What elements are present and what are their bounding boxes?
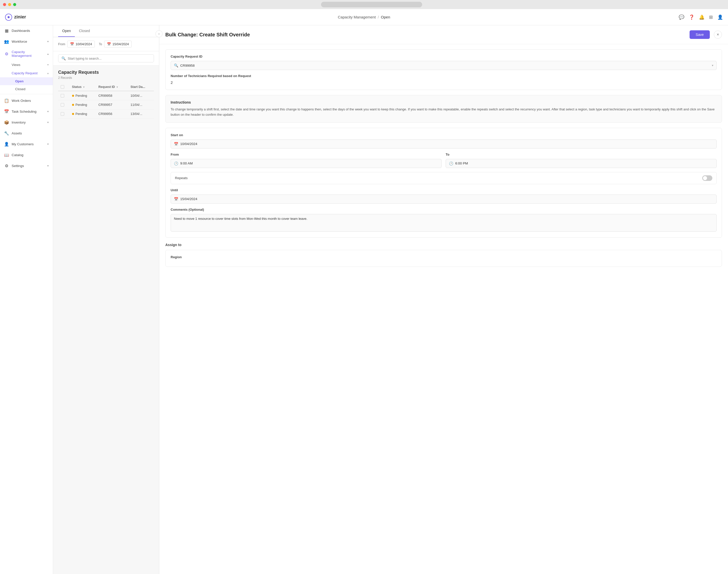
save-button[interactable]: Save — [690, 30, 710, 39]
from-time-label: From — [170, 153, 442, 156]
sidebar-label-inventory: Inventory — [12, 121, 45, 124]
row2-start-date: 11/04/... — [128, 100, 154, 110]
bell-icon[interactable]: 🔔 — [699, 14, 704, 20]
col-request-id[interactable]: Request ID ▾ — [96, 83, 128, 91]
to-time-label: To — [446, 153, 717, 156]
dropdown-cr-icon[interactable]: ▾ — [712, 64, 713, 67]
help-icon[interactable]: ❓ — [689, 14, 694, 20]
col-status[interactable]: Status ▾ — [70, 83, 96, 91]
comments-section: Comments (Optional) Need to move 1 resou… — [170, 208, 717, 233]
sidebar-item-work-orders[interactable]: 📋 Work Orders — [0, 95, 53, 106]
capacity-requests-table: Status ▾ Request ID ▾ Start Da... — [58, 83, 154, 119]
collapse-button[interactable]: ‹ — [155, 30, 162, 37]
sidebar-item-workforce[interactable]: 👥 Workforce ▾ — [0, 36, 53, 47]
breadcrumb-parent[interactable]: Capacity Management — [338, 15, 376, 19]
capacity-request-id-input[interactable] — [180, 64, 710, 68]
url-bar[interactable] — [321, 2, 422, 7]
sidebar-label-open: Open — [15, 79, 24, 83]
to-time-input[interactable] — [455, 161, 713, 165]
close-button[interactable]: × — [714, 31, 722, 39]
from-date-input[interactable]: 📅 10/04/2024 — [67, 41, 95, 47]
col-start-date[interactable]: Start Da... — [128, 83, 154, 91]
sidebar-item-settings[interactable]: ⚙ Settings ▾ — [0, 160, 53, 171]
until-input[interactable] — [180, 197, 713, 201]
sidebar-item-inventory[interactable]: 📦 Inventory ▾ — [0, 117, 53, 128]
sidebar-label-closed: Closed — [15, 87, 25, 91]
nav-right: 💬 ❓ 🔔 ⊞ 👤 — [679, 14, 723, 20]
until-input-wrap[interactable]: 📅 — [170, 195, 717, 204]
table-row[interactable]: Pending CR99956 13/04/... — [58, 110, 154, 119]
logo-icon — [5, 14, 12, 21]
sidebar-subsubitem-open[interactable]: Open — [0, 77, 53, 85]
sidebar-item-assets[interactable]: 🔧 Assets — [0, 128, 53, 139]
from-time-group: From 🕐 — [170, 153, 442, 168]
breadcrumb-current: Open — [381, 15, 390, 19]
select-all-checkbox[interactable] — [61, 85, 64, 89]
table-record-count: 2 Records — [58, 76, 154, 80]
from-date-value: 10/04/2024 — [76, 42, 92, 46]
row1-checkbox[interactable] — [58, 91, 70, 100]
search-cr-icon: 🔍 — [174, 64, 178, 68]
sidebar-item-capacity-management[interactable]: ⚙ Capacity Management ▴ — [0, 47, 53, 60]
panel-tabs: Open Closed — [53, 25, 159, 37]
capacity-request-id-input-wrap[interactable]: 🔍 ▾ — [170, 61, 717, 70]
sidebar-subsubitem-closed[interactable]: Closed — [0, 85, 53, 93]
sidebar-subitem-capacity-request[interactable]: Capacity Request ▴ — [0, 69, 53, 77]
tab-open[interactable]: Open — [58, 25, 75, 37]
to-date-input[interactable]: 📅 15/04/2024 — [104, 41, 132, 47]
sidebar-item-catalog[interactable]: 📖 Catalog — [0, 150, 53, 160]
row3-checkbox[interactable] — [58, 110, 70, 119]
repeats-toggle[interactable] — [702, 175, 712, 181]
until-section: Until 📅 — [170, 188, 717, 204]
sidebar-label-views: Views — [12, 63, 20, 67]
row1-request-id: CR99958 — [96, 91, 128, 100]
sidebar-label-my-customers: My Customers — [12, 142, 45, 146]
logo[interactable]: zinier — [5, 14, 26, 21]
row3-status: Pending — [70, 110, 96, 119]
user-icon[interactable]: 👤 — [717, 14, 723, 20]
calendar-to-icon: 📅 — [107, 42, 111, 46]
workforce-icon: 👥 — [4, 39, 9, 44]
panel-content: Capacity Request ID 🔍 ▾ Number of Techni… — [159, 44, 728, 272]
start-on-input[interactable] — [180, 142, 713, 146]
table-row[interactable]: Pending CR99958 10/04/... — [58, 91, 154, 100]
tech-count-label: Number of Technicians Required based on … — [170, 74, 717, 78]
table-row[interactable]: Pending CR99957 11/04/... — [58, 100, 154, 110]
views-chevron-icon: ▾ — [47, 63, 49, 67]
sidebar-label-work-orders: Work Orders — [12, 99, 49, 102]
start-on-label: Start on — [170, 133, 717, 137]
grid-icon[interactable]: ⊞ — [709, 14, 713, 20]
from-time-input-wrap[interactable]: 🕐 — [170, 159, 442, 168]
row3-start-date: 13/04/... — [128, 110, 154, 119]
instructions-title: Instructions — [170, 100, 717, 104]
search-input-wrap: 🔍 — [58, 54, 154, 63]
tab-closed[interactable]: Closed — [75, 25, 94, 37]
row2-checkbox[interactable] — [58, 100, 70, 110]
capacity-management-chevron-icon: ▴ — [47, 52, 49, 55]
chat-icon[interactable]: 💬 — [679, 14, 684, 20]
sidebar-item-task-scheduling[interactable]: 📅 Task Scheduling ▾ — [0, 106, 53, 117]
sidebar-item-my-customers[interactable]: 👤 My Customers ▾ — [0, 139, 53, 150]
to-time-input-wrap[interactable]: 🕐 — [446, 159, 717, 168]
main-layout: ▦ Dashboards 👥 Workforce ▾ ⚙ Capacity Ma… — [0, 25, 728, 574]
settings-icon: ⚙ — [4, 163, 9, 168]
close-icon: × — [717, 32, 719, 37]
search-input[interactable] — [68, 56, 151, 60]
workforce-chevron-icon: ▾ — [47, 40, 49, 43]
col-checkbox — [58, 83, 70, 91]
row1-start-date: 10/04/... — [128, 91, 154, 100]
maximize-dot[interactable] — [13, 3, 16, 6]
sidebar-label-settings: Settings — [12, 164, 45, 168]
sidebar-subitem-views[interactable]: Views ▾ — [0, 60, 53, 69]
comments-textarea[interactable]: Need to move 1 resource to cover time sl… — [170, 214, 717, 232]
schedule-card: Start on 📅 From 🕐 — [165, 128, 722, 238]
panel-title: Bulk Change: Create Shift Override — [165, 32, 686, 38]
minimize-dot[interactable] — [8, 3, 11, 6]
capacity-management-icon: ⚙ — [4, 51, 9, 56]
close-dot[interactable] — [3, 3, 6, 6]
start-on-input-wrap[interactable]: 📅 — [170, 139, 717, 149]
from-time-input[interactable] — [180, 161, 438, 165]
sidebar-item-dashboards[interactable]: ▦ Dashboards — [0, 25, 53, 36]
left-panel: ‹ Open Closed From 📅 10/04/2024 — [53, 25, 159, 574]
dashboards-icon: ▦ — [4, 28, 9, 33]
